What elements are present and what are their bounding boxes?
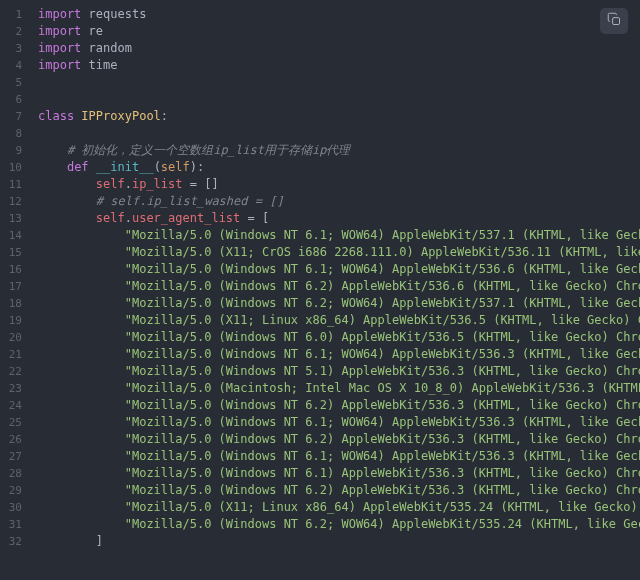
line-number: 8 xyxy=(0,125,30,142)
code-line: "Mozilla/5.0 (Windows NT 6.2; WOW64) App… xyxy=(38,295,640,312)
code-line: import random xyxy=(38,40,640,57)
line-number: 3 xyxy=(0,40,30,57)
code-line: import re xyxy=(38,23,640,40)
line-number: 32 xyxy=(0,533,30,550)
line-number: 17 xyxy=(0,278,30,295)
line-number: 25 xyxy=(0,414,30,431)
code-line xyxy=(38,125,640,142)
code-line: self.user_agent_list = [ xyxy=(38,210,640,227)
code-area[interactable]: import requestsimport reimport randomimp… xyxy=(30,0,640,580)
line-number: 10 xyxy=(0,159,30,176)
line-number: 15 xyxy=(0,244,30,261)
line-number: 4 xyxy=(0,57,30,74)
line-number: 14 xyxy=(0,227,30,244)
copy-button[interactable] xyxy=(600,8,628,34)
code-line: "Mozilla/5.0 (Windows NT 6.2) AppleWebKi… xyxy=(38,278,640,295)
line-number: 23 xyxy=(0,380,30,397)
code-line: "Mozilla/5.0 (X11; CrOS i686 2268.111.0)… xyxy=(38,244,640,261)
code-line: "Mozilla/5.0 (Windows NT 6.1; WOW64) App… xyxy=(38,227,640,244)
line-number: 7 xyxy=(0,108,30,125)
line-number: 24 xyxy=(0,397,30,414)
line-number: 12 xyxy=(0,193,30,210)
svg-rect-0 xyxy=(612,18,619,25)
code-line: "Mozilla/5.0 (Windows NT 6.2) AppleWebKi… xyxy=(38,482,640,499)
code-line: "Mozilla/5.0 (X11; Linux x86_64) AppleWe… xyxy=(38,499,640,516)
line-number: 30 xyxy=(0,499,30,516)
line-number: 26 xyxy=(0,431,30,448)
line-number: 18 xyxy=(0,295,30,312)
line-number: 31 xyxy=(0,516,30,533)
line-number: 28 xyxy=(0,465,30,482)
code-line: "Mozilla/5.0 (Windows NT 6.1) AppleWebKi… xyxy=(38,465,640,482)
line-gutter: 1234567891011121314151617181920212223242… xyxy=(0,0,30,580)
code-line: "Mozilla/5.0 (Windows NT 6.1; WOW64) App… xyxy=(38,414,640,431)
code-line: "Mozilla/5.0 (X11; Linux x86_64) AppleWe… xyxy=(38,312,640,329)
code-line: "Mozilla/5.0 (Windows NT 5.1) AppleWebKi… xyxy=(38,363,640,380)
line-number: 29 xyxy=(0,482,30,499)
line-number: 22 xyxy=(0,363,30,380)
code-line: # self.ip_list_washed = [] xyxy=(38,193,640,210)
code-line: "Mozilla/5.0 (Windows NT 6.1; WOW64) App… xyxy=(38,448,640,465)
line-number: 2 xyxy=(0,23,30,40)
code-line xyxy=(38,91,640,108)
code-line: "Mozilla/5.0 (Windows NT 6.2) AppleWebKi… xyxy=(38,397,640,414)
code-line: def __init__(self): xyxy=(38,159,640,176)
code-line: ] xyxy=(38,533,640,550)
line-number: 6 xyxy=(0,91,30,108)
line-number: 19 xyxy=(0,312,30,329)
line-number: 21 xyxy=(0,346,30,363)
code-line: "Mozilla/5.0 (Windows NT 6.1; WOW64) App… xyxy=(38,261,640,278)
line-number: 16 xyxy=(0,261,30,278)
code-line: import time xyxy=(38,57,640,74)
line-number: 9 xyxy=(0,142,30,159)
code-line xyxy=(38,74,640,91)
code-line: import requests xyxy=(38,6,640,23)
code-line: "Mozilla/5.0 (Windows NT 6.0) AppleWebKi… xyxy=(38,329,640,346)
code-editor[interactable]: 1234567891011121314151617181920212223242… xyxy=(0,0,640,580)
line-number: 5 xyxy=(0,74,30,91)
code-line: self.ip_list = [] xyxy=(38,176,640,193)
line-number: 1 xyxy=(0,6,30,23)
code-line: # 初始化，定义一个空数组ip_list用于存储ip代理 xyxy=(38,142,640,159)
line-number: 13 xyxy=(0,210,30,227)
line-number: 20 xyxy=(0,329,30,346)
line-number: 11 xyxy=(0,176,30,193)
code-line: "Mozilla/5.0 (Macintosh; Intel Mac OS X … xyxy=(38,380,640,397)
copy-icon xyxy=(607,12,622,30)
code-line: "Mozilla/5.0 (Windows NT 6.2) AppleWebKi… xyxy=(38,431,640,448)
code-line: "Mozilla/5.0 (Windows NT 6.2; WOW64) App… xyxy=(38,516,640,533)
line-number: 27 xyxy=(0,448,30,465)
code-line: "Mozilla/5.0 (Windows NT 6.1; WOW64) App… xyxy=(38,346,640,363)
code-line: class IPProxyPool: xyxy=(38,108,640,125)
